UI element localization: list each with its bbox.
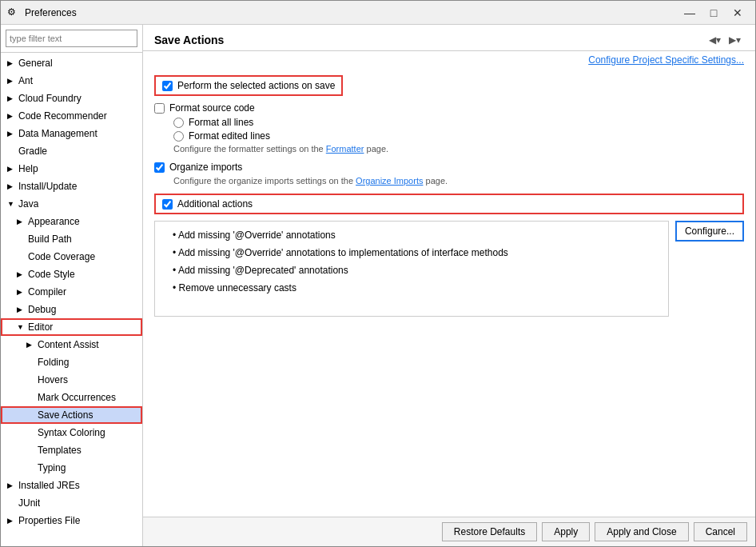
sidebar-item-label: JUnit bbox=[18, 496, 40, 510]
perform-actions-checkbox[interactable] bbox=[162, 81, 173, 91]
sidebar-item-label: Templates bbox=[38, 443, 82, 457]
actions-list: Add missing '@Override' annotationsAdd m… bbox=[154, 221, 669, 317]
sidebar-item-compiler[interactable]: ▶Compiler bbox=[1, 283, 142, 301]
sidebar-item-label: Editor bbox=[28, 320, 53, 334]
back-button[interactable]: ◀▾ bbox=[706, 33, 724, 47]
tree-arrow-icon: ▶ bbox=[7, 513, 17, 528]
sidebar-item-label: Appearance bbox=[28, 214, 80, 229]
forward-button[interactable]: ▶▾ bbox=[726, 33, 744, 47]
sidebar-item-installed-jres[interactable]: ▶Installed JREs bbox=[1, 477, 142, 494]
action-item: Add missing '@Deprecated' annotations bbox=[173, 262, 662, 279]
sidebar-item-label: Ant bbox=[18, 74, 33, 88]
action-item: Remove unnecessary casts bbox=[173, 279, 662, 297]
sidebar-item-content-assist[interactable]: ▶Content Assist bbox=[1, 336, 142, 353]
sidebar-item-label: Content Assist bbox=[38, 337, 99, 352]
search-box bbox=[1, 25, 142, 53]
sidebar-item-install-update[interactable]: ▶Install/Update bbox=[1, 178, 142, 195]
sidebar-item-label: Java bbox=[18, 197, 38, 211]
tree-arrow-icon: ▶ bbox=[7, 162, 17, 176]
configure-button[interactable]: Configure... bbox=[675, 221, 744, 242]
tree-arrow-icon: ▶ bbox=[17, 267, 26, 281]
sidebar-item-code-recommender[interactable]: ▶Code Recommender bbox=[1, 107, 142, 125]
minimize-button[interactable]: — bbox=[678, 4, 701, 22]
window-controls: — □ ✕ bbox=[678, 4, 749, 22]
formatter-hint: Configure the formatter settings on the … bbox=[154, 144, 744, 154]
tree: ▶General▶Ant▶Cloud Foundry▶Code Recommen… bbox=[1, 53, 142, 546]
tree-arrow-icon: ▼ bbox=[7, 197, 17, 211]
tree-arrow-icon: ▶ bbox=[7, 179, 17, 194]
sidebar-item-label: Syntax Coloring bbox=[38, 425, 105, 440]
sidebar-item-junit[interactable]: JUnit bbox=[1, 494, 142, 512]
sidebar-item-syntax-coloring[interactable]: Syntax Coloring bbox=[1, 424, 142, 441]
additional-actions-label: Additional actions bbox=[177, 198, 253, 210]
tree-arrow-icon: ▶ bbox=[7, 478, 17, 493]
sidebar-item-properties-file[interactable]: ▶Properties File bbox=[1, 512, 142, 529]
configure-project-link[interactable]: Configure Project Specific Settings... bbox=[143, 51, 755, 69]
tree-arrow-icon: ▶ bbox=[17, 214, 26, 229]
search-input[interactable] bbox=[6, 30, 137, 47]
action-item: Add missing '@Override' annotations bbox=[173, 226, 662, 244]
sidebar-item-build-path[interactable]: Build Path bbox=[1, 230, 142, 248]
page-title: Save Actions bbox=[154, 34, 224, 46]
sidebar-item-label: Properties File bbox=[18, 513, 80, 528]
formatter-link[interactable]: Formatter bbox=[326, 144, 364, 154]
sidebar-item-templates[interactable]: Templates bbox=[1, 441, 142, 459]
additional-actions-section: Additional actions bbox=[154, 194, 744, 214]
sidebar-item-data-management[interactable]: ▶Data Management bbox=[1, 125, 142, 142]
sidebar-item-label: Install/Update bbox=[18, 179, 77, 194]
sidebar-item-code-coverage[interactable]: Code Coverage bbox=[1, 248, 142, 266]
sidebar-item-label: Code Recommender bbox=[18, 109, 107, 123]
app-icon: ⚙ bbox=[7, 6, 20, 19]
format-all-lines-label: Format all lines bbox=[189, 117, 253, 128]
format-edited-lines-radio[interactable] bbox=[173, 131, 184, 142]
sidebar-item-typing[interactable]: Typing bbox=[1, 459, 142, 477]
action-item: Add missing '@Override' annotations to i… bbox=[173, 244, 662, 262]
organize-imports-link[interactable]: Organize Imports bbox=[356, 176, 423, 186]
sidebar-item-editor[interactable]: ▼Editor bbox=[1, 318, 142, 336]
tree-arrow-icon: ▼ bbox=[17, 320, 26, 334]
sidebar-item-appearance[interactable]: ▶Appearance bbox=[1, 213, 142, 230]
maximize-button[interactable]: □ bbox=[702, 4, 725, 22]
close-button[interactable]: ✕ bbox=[726, 4, 749, 22]
tree-arrow-icon: ▶ bbox=[7, 109, 17, 123]
organize-imports-hint: Configure the organize imports settings … bbox=[154, 176, 744, 186]
sidebar-item-gradle[interactable]: Gradle bbox=[1, 142, 142, 160]
additional-actions-checkbox[interactable] bbox=[162, 199, 173, 210]
sidebar-item-hovers[interactable]: Hovers bbox=[1, 371, 142, 389]
sidebar-item-folding[interactable]: Folding bbox=[1, 353, 142, 371]
sidebar-item-java[interactable]: ▼Java bbox=[1, 195, 142, 213]
organize-imports-checkbox[interactable] bbox=[154, 162, 165, 173]
sidebar-item-help[interactable]: ▶Help bbox=[1, 160, 142, 178]
sidebar-item-label: Hovers bbox=[38, 373, 68, 387]
sidebar-item-label: Build Path bbox=[28, 232, 72, 246]
sidebar-item-save-actions[interactable]: Save Actions bbox=[1, 406, 142, 424]
organize-imports-label: Organize imports bbox=[169, 162, 242, 173]
sidebar-item-code-style[interactable]: ▶Code Style bbox=[1, 266, 142, 283]
sidebar-item-debug[interactable]: ▶Debug bbox=[1, 301, 142, 318]
sidebar-item-label: Debug bbox=[28, 302, 56, 317]
bottom-btn-cancel[interactable]: Cancel bbox=[694, 522, 747, 541]
sidebar-item-general[interactable]: ▶General bbox=[1, 54, 142, 72]
tree-arrow-icon: ▶ bbox=[17, 302, 26, 317]
bottom-btn-apply-and-close[interactable]: Apply and Close bbox=[595, 522, 688, 541]
sidebar-item-ant[interactable]: ▶Ant bbox=[1, 72, 142, 90]
sidebar-item-label: Typing bbox=[38, 461, 66, 475]
bottom-btn-restore-defaults[interactable]: Restore Defaults bbox=[442, 522, 537, 541]
tree-arrow-icon: ▶ bbox=[7, 56, 17, 70]
sidebar-item-cloud-foundry[interactable]: ▶Cloud Foundry bbox=[1, 90, 142, 107]
format-source-code-row: Format source code bbox=[154, 102, 744, 114]
tree-arrow-icon: ▶ bbox=[7, 91, 17, 106]
tree-arrow-icon: ▶ bbox=[17, 285, 26, 299]
sidebar-item-label: Compiler bbox=[28, 285, 66, 299]
window-title: Preferences bbox=[25, 7, 678, 18]
actions-panel: Add missing '@Override' annotationsAdd m… bbox=[154, 221, 744, 317]
format-source-code-checkbox[interactable] bbox=[154, 103, 165, 114]
organize-imports-row: Organize imports bbox=[154, 162, 744, 173]
sidebar-item-label: General bbox=[18, 56, 53, 70]
sidebar-item-label: Data Management bbox=[18, 126, 97, 141]
sidebar-item-label: Code Coverage bbox=[28, 250, 95, 264]
sidebar-item-label: Cloud Foundry bbox=[18, 91, 82, 106]
format-all-lines-radio[interactable] bbox=[173, 118, 184, 128]
bottom-btn-apply[interactable]: Apply bbox=[542, 522, 590, 541]
sidebar-item-mark-occurrences[interactable]: Mark Occurrences bbox=[1, 389, 142, 406]
